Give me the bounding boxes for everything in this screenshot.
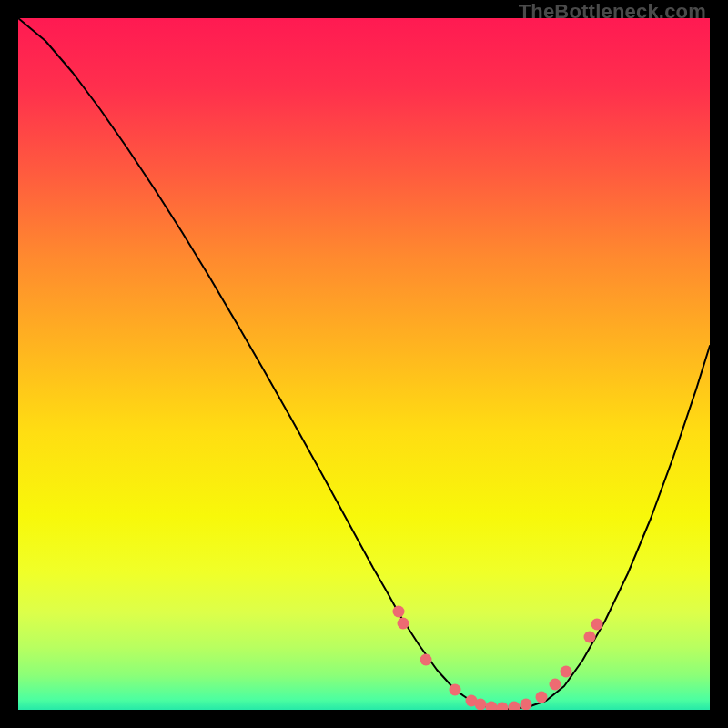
bottleneck-curve	[18, 18, 710, 709]
curve-marker	[509, 702, 521, 711]
plot-area	[18, 18, 710, 710]
curve-marker	[450, 684, 461, 696]
curve-markers	[393, 606, 603, 711]
watermark-text: TheBottleneck.com	[519, 0, 706, 24]
curve-marker	[486, 702, 498, 711]
curve-marker	[497, 703, 509, 711]
curve-marker	[550, 679, 561, 691]
chart-frame: TheBottleneck.com	[0, 0, 728, 728]
curve-layer	[18, 18, 710, 710]
curve-marker	[536, 692, 548, 703]
curve-marker	[521, 699, 532, 711]
curve-marker	[584, 632, 596, 643]
curve-marker	[420, 654, 432, 666]
curve-marker	[393, 606, 405, 618]
curve-marker	[592, 619, 603, 631]
curve-marker	[561, 666, 572, 678]
curve-marker	[398, 618, 410, 630]
curve-marker	[475, 699, 487, 711]
